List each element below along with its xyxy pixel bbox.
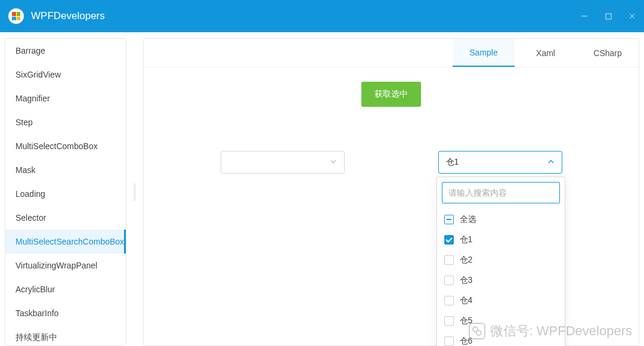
checkbox-checked-icon [444, 235, 454, 245]
sidebar-item-label: SixGridView [16, 70, 61, 79]
sidebar-item-label: Loading [16, 189, 45, 199]
close-button[interactable] [627, 11, 637, 21]
get-selected-button[interactable]: 获取选中 [361, 82, 421, 107]
sidebar[interactable]: Barrage SixGridView Magnifier Step Multi… [5, 38, 126, 346]
minimize-button[interactable] [580, 11, 589, 21]
checkbox-icon [444, 336, 454, 346]
sidebar-item-multiselectcombobox[interactable]: MultiSelectComboBox [5, 134, 126, 158]
combobox-1[interactable] [221, 151, 345, 174]
app-logo-icon [8, 8, 24, 24]
sidebar-item-label: MultiSelectComboBox [16, 141, 98, 151]
sidebar-item-loading[interactable]: Loading [5, 182, 126, 206]
sidebar-item-label: Magnifier [16, 94, 50, 103]
sidebar-item-label: 持续更新中 [16, 332, 57, 342]
sidebar-item-label: AcrylicBlur [16, 285, 55, 294]
option-label: 仓5 [460, 316, 473, 326]
search-input[interactable] [442, 182, 560, 203]
tab-bar: Sample Xaml CSharp [144, 39, 639, 67]
option-label: 全选 [460, 214, 476, 225]
option-item[interactable]: 仓1 [442, 230, 560, 250]
chevron-up-icon [547, 157, 555, 167]
app-window: WPFDevelopers Barrage SixGridView Magnif… [0, 0, 644, 346]
option-label: 仓3 [460, 275, 473, 286]
sidebar-item-barrage[interactable]: Barrage [5, 39, 126, 63]
splitter[interactable] [134, 38, 136, 346]
combobox-2[interactable]: 仓1 全选 仓1 [438, 151, 562, 174]
sidebar-item-step[interactable]: Step [5, 110, 126, 134]
sidebar-item-label: TaskbarInfo [16, 308, 58, 318]
app-title: WPFDevelopers [31, 10, 105, 22]
sidebar-item-sixgridview[interactable]: SixGridView [5, 63, 126, 86]
option-item[interactable]: 仓4 [442, 291, 560, 311]
sidebar-item-label: Step [16, 118, 33, 127]
tab-sample[interactable]: Sample [453, 39, 515, 67]
app-body: Barrage SixGridView Magnifier Step Multi… [0, 32, 644, 346]
sidebar-item-multiselectsearchcombobox[interactable]: MultiSelectSearchComboBox [5, 230, 126, 254]
sidebar-item-updating[interactable]: 持续更新中 [5, 325, 126, 346]
sidebar-item-virtualizingwrappanel[interactable]: VirtualizingWrapPanel [5, 254, 126, 277]
sidebar-item-label: Mask [16, 165, 35, 175]
content-area: 获取选中 仓1 [144, 67, 639, 345]
option-select-all[interactable]: 全选 [442, 209, 560, 230]
titlebar[interactable]: WPFDevelopers [0, 0, 644, 32]
combobox-value: 仓1 [446, 157, 547, 168]
option-label: 仓1 [460, 234, 473, 245]
sidebar-item-label: Barrage [16, 46, 45, 55]
sidebar-item-label: MultiSelectSearchComboBox [16, 237, 124, 246]
checkbox-icon [444, 296, 454, 305]
sidebar-item-magnifier[interactable]: Magnifier [5, 86, 126, 110]
sidebar-item-label: Selector [16, 213, 46, 223]
tab-csharp[interactable]: CSharp [577, 39, 639, 67]
checkbox-icon [444, 316, 454, 326]
combobox-dropdown: 全选 仓1 仓2 仓3 [436, 177, 565, 346]
sidebar-item-taskbarinfo[interactable]: TaskbarInfo [5, 301, 126, 325]
sidebar-item-label: VirtualizingWrapPanel [16, 261, 97, 270]
sidebar-item-acrylicblur[interactable]: AcrylicBlur [5, 277, 126, 301]
option-item[interactable]: 仓2 [442, 250, 560, 270]
combo-row: 仓1 全选 仓1 [144, 151, 639, 174]
svg-rect-1 [606, 14, 611, 19]
maximize-button[interactable] [603, 11, 613, 21]
option-label: 仓2 [460, 255, 473, 265]
window-controls [580, 11, 637, 21]
tab-xaml[interactable]: Xaml [515, 39, 577, 67]
checkbox-icon [444, 276, 454, 285]
option-item[interactable]: 仓5 [442, 311, 560, 331]
sidebar-item-selector[interactable]: Selector [5, 206, 126, 230]
tab-label: Sample [469, 48, 497, 57]
tab-label: Xaml [536, 48, 555, 58]
sidebar-item-mask[interactable]: Mask [5, 158, 126, 182]
option-label: 仓6 [460, 336, 473, 346]
main-panel: Sample Xaml CSharp 获取选中 仓1 [143, 38, 639, 346]
chevron-down-icon [330, 157, 337, 167]
checkbox-icon [444, 255, 454, 265]
option-label: 仓4 [460, 295, 473, 306]
checkbox-indeterminate-icon [444, 215, 454, 224]
tab-label: CSharp [593, 48, 621, 58]
option-item[interactable]: 仓3 [442, 270, 560, 291]
option-item[interactable]: 仓6 [442, 331, 560, 346]
